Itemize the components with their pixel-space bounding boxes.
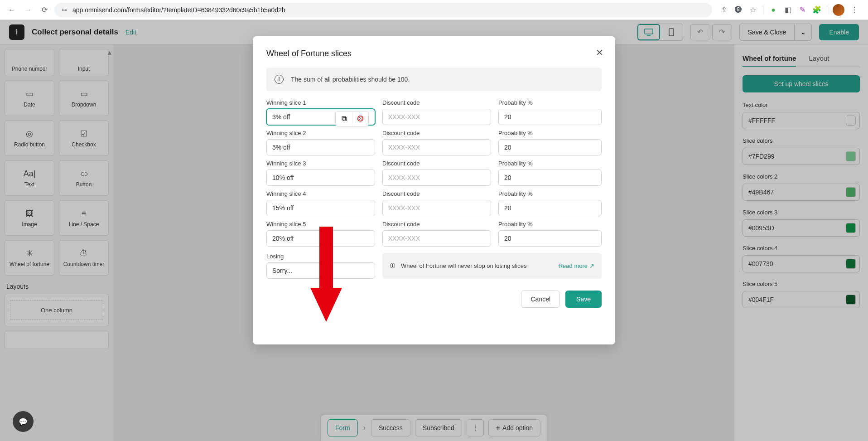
widget-radio[interactable]: ◎Radio button (5, 121, 54, 156)
translate-icon[interactable]: 🅖 (734, 5, 743, 15)
external-link-icon: ↗ (589, 262, 594, 269)
tab-layout[interactable]: Layout (809, 51, 829, 67)
redo-button[interactable]: ↷ (712, 24, 732, 40)
cancel-button[interactable]: Cancel (521, 291, 560, 308)
color-value: #004F1F (748, 296, 846, 303)
ext-green-icon[interactable]: ● (769, 5, 778, 15)
slice-5-discount[interactable] (382, 230, 491, 247)
widget-label: Countdown timer (63, 261, 105, 267)
slice-color-2-label: Slice colors 2 (743, 173, 860, 180)
ext-grey-icon[interactable]: ◧ (783, 5, 792, 15)
widget-label: Input (78, 66, 90, 72)
extensions-icon[interactable]: 🧩 (812, 5, 821, 15)
slice-color-3-field[interactable]: #00953D (743, 219, 860, 237)
slice-color-1-field[interactable]: #7FD299 (743, 148, 860, 165)
widget-phone-number[interactable]: Phone number (5, 49, 54, 76)
color-swatch[interactable] (846, 295, 856, 305)
read-more-text: Read more (559, 262, 588, 269)
widget-image[interactable]: 🖼Image (5, 200, 54, 236)
slice-5-input[interactable] (266, 230, 375, 247)
slice-color-3-label: Slice colors 3 (743, 209, 860, 216)
page-title: Collect personal details (32, 28, 118, 37)
device-toggle (637, 24, 683, 41)
slice-4-discount[interactable] (382, 200, 491, 216)
save-button[interactable]: Save (565, 291, 602, 308)
desktop-view-button[interactable] (637, 24, 660, 40)
duplicate-icon[interactable]: ⧉ (336, 111, 352, 126)
url-bar[interactable]: ⊶ app.omnisend.com/forms/editor/?templat… (54, 3, 712, 17)
slice-2-input[interactable] (266, 139, 375, 155)
color-swatch[interactable] (846, 223, 856, 233)
profile-avatar[interactable] (833, 4, 844, 16)
scroll-up-icon[interactable]: ▴ (108, 48, 111, 57)
forward-button[interactable]: → (22, 4, 34, 16)
read-more-link[interactable]: Read more ↗ (559, 262, 594, 269)
save-close-button[interactable]: Save & Close (740, 24, 795, 40)
widget-countdown[interactable]: ⏱Countdown timer (59, 240, 109, 276)
slice-3-discount[interactable] (382, 170, 491, 186)
widget-wheel[interactable]: ✳Wheel of fortune (5, 240, 54, 276)
color-swatch[interactable] (846, 151, 856, 161)
widget-date[interactable]: ▭Date (5, 81, 54, 116)
delete-icon[interactable]: ⮿ (352, 111, 368, 126)
slice-5-prob[interactable] (498, 230, 602, 247)
widget-label: Line / Space (69, 221, 99, 228)
tab-wheel-of-fortune[interactable]: Wheel of fortune (743, 51, 796, 67)
widget-dropdown[interactable]: ▭Dropdown (59, 81, 109, 116)
layout-placeholder[interactable] (5, 331, 109, 349)
color-swatch[interactable] (846, 187, 856, 197)
mobile-view-button[interactable] (660, 24, 683, 40)
modal-close-button[interactable]: ✕ (596, 47, 603, 58)
back-button[interactable]: ← (5, 4, 18, 16)
text-icon: Aa| (24, 169, 36, 179)
undo-button[interactable]: ↶ (690, 24, 710, 40)
chat-fab[interactable]: 💬 (13, 411, 34, 432)
bottom-step-tabs: Form › Success Subscribed ⋮ + Add option (321, 415, 547, 441)
enable-button[interactable]: Enable (819, 24, 859, 40)
slice-1-prob[interactable] (498, 109, 602, 125)
app-logo[interactable]: i (9, 24, 24, 40)
slice-2-prob[interactable] (498, 139, 602, 155)
install-icon[interactable]: ⇪ (719, 5, 728, 15)
edit-link[interactable]: Edit (125, 29, 136, 36)
checkbox-icon: ☑ (80, 129, 87, 139)
widget-button[interactable]: ⬭Button (59, 160, 109, 196)
slice-color-4-field[interactable]: #007730 (743, 255, 860, 272)
radio-icon: ◎ (26, 129, 33, 139)
step-menu[interactable]: ⋮ (467, 419, 484, 436)
widget-input[interactable]: Input (59, 49, 109, 76)
add-option-button[interactable]: + Add option (488, 419, 540, 436)
layout-one-column[interactable]: One column (5, 294, 109, 326)
slice-1-discount[interactable] (382, 109, 491, 125)
slice-3-prob[interactable] (498, 170, 602, 186)
url-text: app.omnisend.com/forms/editor/?templateI… (72, 6, 285, 14)
setup-wheel-button[interactable]: Set up wheel slices (743, 75, 860, 92)
ext-purple-icon[interactable]: ✎ (798, 5, 807, 15)
slice-4-prob[interactable] (498, 200, 602, 216)
wheel-slices-modal: Wheel of Fortune slices ✕ ! The sum of a… (253, 36, 615, 344)
slice-color-5-field[interactable]: #004F1F (743, 291, 860, 308)
color-swatch[interactable] (846, 116, 856, 126)
step-form[interactable]: Form (328, 419, 358, 436)
left-sidebar: ▴ Phone number Input ▭Date ▭Dropdown ◎Ra… (0, 44, 113, 441)
wheel-icon: ✳ (26, 248, 33, 258)
prob-label: Probability % (498, 221, 602, 228)
text-color-field[interactable]: #FFFFFF (743, 112, 860, 129)
site-info-icon[interactable]: ⊶ (60, 6, 69, 14)
widget-line[interactable]: ≡Line / Space (59, 200, 109, 236)
bookmark-icon[interactable]: ☆ (748, 5, 757, 15)
browser-menu-icon[interactable]: ⋮ (850, 5, 859, 15)
color-swatch[interactable] (846, 259, 856, 269)
slice-color-2-field[interactable]: #49B467 (743, 184, 860, 201)
widget-checkbox[interactable]: ☑Checkbox (59, 121, 109, 156)
step-success[interactable]: Success (371, 419, 410, 436)
step-subscribed[interactable]: Subscribed (415, 419, 462, 436)
slice-2-discount[interactable] (382, 139, 491, 155)
date-icon: ▭ (26, 89, 34, 99)
slice-4-input[interactable] (266, 200, 375, 216)
save-close-dropdown[interactable]: ⌄ (794, 24, 811, 40)
reload-button[interactable]: ⟳ (38, 4, 51, 16)
widget-text[interactable]: Aa|Text (5, 160, 54, 196)
losing-input[interactable] (266, 262, 375, 279)
slice-3-input[interactable] (266, 170, 375, 186)
